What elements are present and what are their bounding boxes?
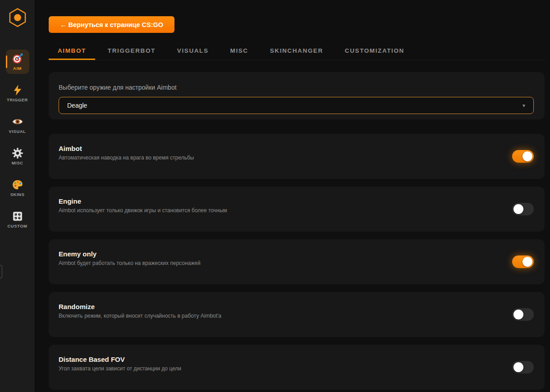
setting-title: Enemy only xyxy=(59,250,201,258)
toggle-enemy-only[interactable] xyxy=(512,255,534,268)
target-icon xyxy=(12,53,23,64)
sidebar-item-visual[interactable]: VISUAL xyxy=(6,113,29,137)
tab-visuals[interactable]: VISUALS xyxy=(168,42,218,60)
toggle-engine[interactable] xyxy=(512,203,534,215)
sidebar-scrollbar-thumb[interactable] xyxy=(0,265,2,278)
setting-card-enemy-only: Enemy only Aimbot будет работать только … xyxy=(49,239,545,284)
setting-description: Угол захвата цели зависит от дистанции д… xyxy=(59,365,181,372)
sidebar-item-label: MISC xyxy=(12,160,23,165)
lightning-icon xyxy=(12,84,23,96)
toggle-knob xyxy=(522,151,532,161)
toggle-knob xyxy=(522,257,532,267)
sidebar-nav: AIM TRIGGER VISUAL xyxy=(6,50,29,239)
toggle-knob xyxy=(513,310,523,319)
toggle-aimbot[interactable] xyxy=(512,150,534,163)
app-window: { "colors": { "accent": "#f7941d", "butt… xyxy=(0,0,550,392)
chevron-down-icon: ▼ xyxy=(522,103,526,108)
sidebar: AIM TRIGGER VISUAL xyxy=(0,0,35,392)
sidebar-item-custom[interactable]: CUSTOM xyxy=(6,207,29,232)
setting-card-randomize: Randomize Включить режим, который вносит… xyxy=(49,292,545,337)
weapon-select-value: Deagle xyxy=(67,102,87,109)
control-knobs-icon xyxy=(12,210,23,222)
toggle-knob xyxy=(513,362,523,372)
sidebar-item-label: SKINS xyxy=(10,192,25,197)
sidebar-item-label: VISUAL xyxy=(9,129,26,134)
tab-bar: AIMBOT TRIGGERBOT VISUALS MISC SKINCHANG… xyxy=(49,42,545,60)
setting-description: Aimbot использует только движок игры и с… xyxy=(59,207,227,214)
tab-triggerbot[interactable]: TRIGGERBOT xyxy=(99,42,165,60)
setting-card-aimbot: Aimbot Автоматическая наводка на врага в… xyxy=(49,134,545,179)
sidebar-item-label: TRIGGER xyxy=(7,97,28,102)
sidebar-item-trigger[interactable]: TRIGGER xyxy=(6,81,29,105)
settings-list: Выберите оружие для настройки Aimbot Dea… xyxy=(49,72,545,390)
weapon-select-card: Выберите оружие для настройки Aimbot Dea… xyxy=(49,72,545,119)
weapon-select-label: Выберите оружие для настройки Aimbot xyxy=(59,84,534,91)
tab-customization[interactable]: CUSTOMIZATION xyxy=(336,42,413,60)
sidebar-item-aim[interactable]: AIM xyxy=(6,50,29,74)
palette-icon xyxy=(12,179,23,191)
eye-icon xyxy=(12,116,23,128)
setting-description: Aimbot будет работать только на вражески… xyxy=(59,260,201,266)
tab-aimbot[interactable]: AIMBOT xyxy=(49,42,95,60)
setting-description: Автоматическая наводка на врага во время… xyxy=(59,155,194,161)
setting-description: Включить режим, который вносит случайнос… xyxy=(59,313,221,319)
setting-title: Distance Based FOV xyxy=(59,356,181,363)
setting-title: Randomize xyxy=(59,303,221,310)
toggle-knob xyxy=(513,204,523,214)
sidebar-item-misc[interactable]: MISC xyxy=(6,144,29,169)
sidebar-item-skins[interactable]: SKINS xyxy=(6,176,29,200)
setting-title: Aimbot xyxy=(59,145,194,152)
weapon-select[interactable]: Deagle ▼ xyxy=(59,97,534,114)
setting-card-engine: Engine Aimbot использует только движок и… xyxy=(49,187,545,232)
toggle-randomize[interactable] xyxy=(512,308,534,321)
sidebar-item-label: CUSTOM xyxy=(8,223,28,228)
gear-icon xyxy=(12,147,23,159)
app-logo[interactable] xyxy=(7,8,28,29)
setting-card-distance-based-fov: Distance Based FOV Угол захвата цели зав… xyxy=(49,345,545,390)
hexagon-dot-logo-icon xyxy=(7,7,28,30)
back-to-csgo-button[interactable]: ← Вернуться к странице CS:GO xyxy=(49,16,174,33)
main-panel: ← Вернуться к странице CS:GO AIMBOT TRIG… xyxy=(35,0,550,392)
sidebar-item-label: AIM xyxy=(13,66,22,71)
tab-misc[interactable]: MISC xyxy=(221,42,257,60)
tab-skinchanger[interactable]: SKINCHANGER xyxy=(261,42,332,60)
setting-title: Engine xyxy=(59,197,227,205)
toggle-distance-based-fov[interactable] xyxy=(512,361,534,374)
